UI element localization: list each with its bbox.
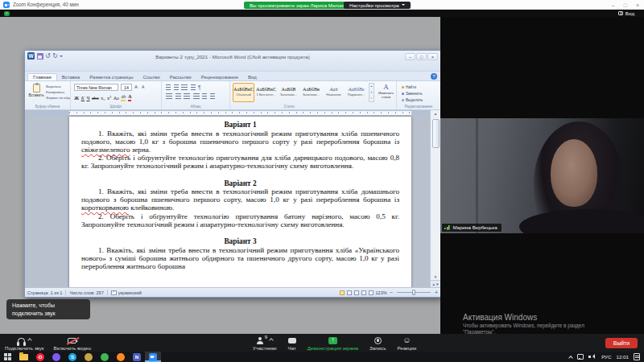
zoom-slider-thumb[interactable] bbox=[412, 290, 415, 295]
find-button[interactable]: Найти bbox=[402, 84, 423, 91]
align-left-icon[interactable] bbox=[166, 93, 172, 99]
spellcheck-icon[interactable] bbox=[111, 290, 117, 295]
join-audio-tooltip[interactable]: Нажмите, чтобы подключить звук bbox=[6, 299, 90, 319]
tray-expand-icon[interactable] bbox=[568, 356, 573, 360]
action-center-icon[interactable] bbox=[634, 353, 640, 360]
style-item[interactable]: АаБбВвГ,1 Без инте... bbox=[255, 83, 277, 102]
font-format-button[interactable]: Ж bbox=[74, 95, 79, 101]
multilevel-list-icon[interactable] bbox=[181, 84, 188, 90]
shrink-font-button[interactable]: А bbox=[142, 84, 144, 89]
font-format-button[interactable]: x² bbox=[107, 95, 111, 101]
opera-icon[interactable]: O bbox=[32, 352, 48, 362]
select-button[interactable]: Выделить bbox=[402, 97, 423, 104]
chevron-up-icon[interactable] bbox=[27, 338, 32, 343]
qat-dropdown-icon[interactable] bbox=[60, 56, 63, 59]
style-item[interactable]: АаБбВЗаголово... bbox=[278, 83, 299, 102]
view-button[interactable]: Вид bbox=[613, 10, 639, 17]
bullets-icon[interactable] bbox=[166, 84, 171, 90]
start-video-button[interactable]: Включить видео bbox=[54, 335, 92, 351]
scrollbar-thumb[interactable] bbox=[432, 119, 440, 148]
font-name-select[interactable]: Times New Roman bbox=[74, 84, 118, 91]
browser-icon[interactable] bbox=[80, 352, 97, 362]
format-painter-button[interactable]: Формат по образцу bbox=[46, 96, 70, 101]
tray-chat-icon[interactable] bbox=[577, 354, 584, 360]
tab-Вид[interactable]: Вид bbox=[243, 74, 262, 81]
chat-button[interactable]: Чат bbox=[288, 335, 296, 351]
viber-icon[interactable] bbox=[48, 352, 64, 362]
scroll-up-icon[interactable]: ▲ bbox=[431, 110, 440, 117]
print-layout-view-icon[interactable] bbox=[340, 290, 345, 295]
tab-Ссылки[interactable]: Ссылки bbox=[138, 74, 165, 81]
change-styles-button[interactable]: А Изменить стили bbox=[377, 83, 395, 99]
page-count[interactable]: Страница: 1 из 1 bbox=[27, 290, 62, 295]
speaker-icon[interactable] bbox=[588, 354, 597, 360]
draft-view-icon[interactable] bbox=[369, 290, 374, 295]
skype-icon[interactable]: S bbox=[64, 352, 80, 362]
style-item[interactable]: АаБбВвПодзагол... bbox=[345, 83, 367, 102]
style-item[interactable]: АаБбВвЗаголово... bbox=[300, 83, 322, 102]
participant-video[interactable]: Марина Вербецька bbox=[440, 118, 644, 233]
style-item[interactable]: АаБбВвГ,Обычный bbox=[233, 83, 254, 102]
numbering-icon[interactable] bbox=[174, 84, 179, 90]
maximize-button[interactable]: □ bbox=[624, 2, 627, 8]
join-audio-button[interactable]: Подключить звук bbox=[5, 335, 44, 351]
leave-button[interactable]: Выйти bbox=[605, 338, 638, 348]
clock[interactable]: 12:01 bbox=[617, 354, 629, 360]
fullscreen-view-icon[interactable] bbox=[347, 290, 352, 295]
zoom-in-icon[interactable]: + bbox=[435, 290, 438, 295]
style-item[interactable]: АabНазвание bbox=[323, 83, 345, 102]
start-button[interactable] bbox=[0, 352, 15, 362]
replace-button[interactable]: Заменить bbox=[402, 91, 423, 97]
cut-button[interactable]: Вырезать bbox=[46, 84, 70, 90]
document-page[interactable]: Варіант 11. Вкажіть, які зміни треба вне… bbox=[69, 117, 411, 289]
word-maximize-button[interactable]: □ bbox=[416, 53, 427, 60]
word-close-button[interactable]: × bbox=[427, 53, 438, 60]
explorer-icon[interactable] bbox=[15, 352, 32, 362]
chevron-up-icon[interactable] bbox=[270, 338, 275, 343]
tab-Рецензирование[interactable]: Рецензирование bbox=[196, 74, 243, 81]
grow-font-button[interactable]: А bbox=[134, 84, 138, 89]
help-icon[interactable]: ? bbox=[431, 73, 437, 80]
indent-icon[interactable] bbox=[191, 84, 196, 90]
font-format-button[interactable]: К bbox=[81, 95, 85, 101]
web-view-icon[interactable] bbox=[354, 290, 359, 295]
copy-button[interactable]: Копировать bbox=[46, 90, 70, 96]
style-gallery-scroll[interactable]: ▴▾▿ bbox=[369, 83, 374, 102]
word-minimize-button[interactable]: – bbox=[405, 53, 415, 60]
record-button[interactable]: Запись bbox=[369, 335, 386, 351]
font-format-button[interactable]: abc bbox=[92, 95, 99, 101]
participants-button[interactable]: 9Участники bbox=[253, 335, 277, 351]
tab-Вставка[interactable]: Вставка bbox=[57, 74, 85, 81]
vertical-scrollbar[interactable]: ▲ ▼ ▲▼ bbox=[430, 110, 440, 289]
zoom-level[interactable]: 123% bbox=[376, 290, 387, 295]
borders-icon[interactable] bbox=[210, 93, 215, 99]
align-center-icon[interactable] bbox=[175, 93, 181, 99]
justify-icon[interactable] bbox=[193, 93, 200, 99]
zoom-out-icon[interactable]: − bbox=[390, 290, 393, 295]
paste-button[interactable]: Вставить bbox=[27, 84, 45, 97]
save-icon[interactable] bbox=[37, 53, 43, 60]
minimize-button[interactable]: – bbox=[612, 2, 615, 8]
keyboard-language[interactable]: РУС bbox=[601, 354, 611, 360]
close-button[interactable]: × bbox=[636, 2, 639, 8]
reactions-button[interactable]: ☺Реакции bbox=[397, 335, 416, 351]
whatsapp-icon[interactable] bbox=[97, 352, 113, 362]
font-format-button[interactable]: А bbox=[128, 93, 132, 101]
tab-Рассылки[interactable]: Рассылки bbox=[165, 74, 196, 81]
font-format-button[interactable]: Ч bbox=[86, 95, 89, 101]
zoom-taskbar-icon[interactable] bbox=[145, 352, 161, 362]
redo-icon[interactable]: ↻ bbox=[52, 52, 58, 60]
font-format-button[interactable]: x₂ bbox=[101, 95, 105, 101]
font-format-button[interactable]: Аа bbox=[114, 95, 119, 101]
outline-view-icon[interactable] bbox=[361, 290, 366, 295]
view-settings-button[interactable]: Настройки просмотра bbox=[344, 2, 411, 9]
firefox-icon[interactable] bbox=[113, 352, 129, 362]
font-format-button[interactable]: ab bbox=[121, 93, 126, 101]
tab-Главная[interactable]: Главная bbox=[27, 73, 57, 81]
line-spacing-icon[interactable] bbox=[202, 93, 207, 99]
undo-icon[interactable]: ↺ bbox=[45, 52, 51, 60]
language-indicator[interactable]: украинский bbox=[118, 290, 142, 295]
word-count[interactable]: Число слов: 257 bbox=[69, 290, 103, 295]
font-size-select[interactable]: 14 bbox=[121, 84, 132, 91]
paragraph-mark-icon[interactable]: ¶ bbox=[198, 84, 201, 90]
